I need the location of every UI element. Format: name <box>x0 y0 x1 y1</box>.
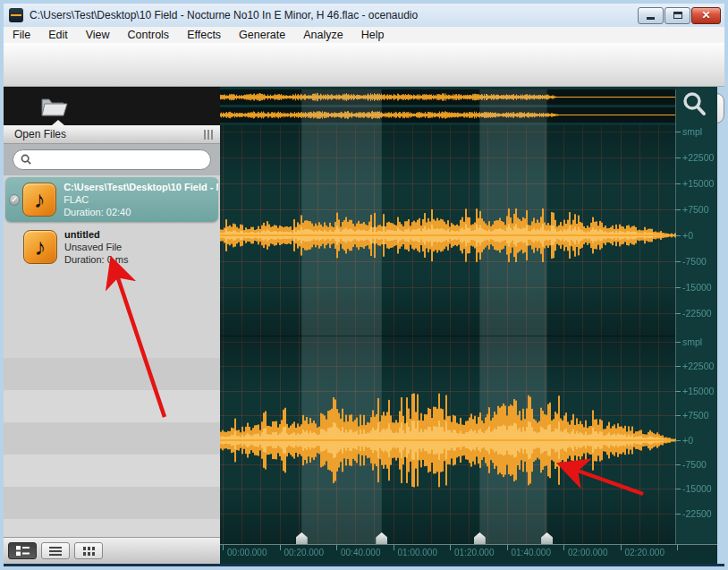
search-icon <box>21 154 32 166</box>
sidebar-tab-bar <box>4 87 220 125</box>
zoom-tool-icon[interactable] <box>680 89 710 120</box>
file-duration: Duration: 02:40 <box>63 206 218 218</box>
ocenaudio-window: C:\Users\Test\Desktop\10 Field - Nocturn… <box>0 0 728 570</box>
file-format: Unsaved File <box>64 241 129 253</box>
ruler-label: 00:20.000 <box>284 548 325 557</box>
grid-view-icon <box>83 547 95 556</box>
close-button[interactable]: ✕ <box>691 7 721 24</box>
menu-item-analyze[interactable]: Analyze <box>294 27 351 43</box>
maximize-icon <box>673 12 682 19</box>
file-item-flac[interactable]: ✓ ♪ C:\Users\Test\Desktop\10 Field - N..… <box>5 177 218 222</box>
panel-header: Open Files <box>4 125 220 144</box>
scale-label-ch1: -15000 <box>682 282 712 293</box>
scale-label-ch1: +0 <box>682 230 693 241</box>
scale-label-ch1: +15000 <box>682 178 714 189</box>
active-file-check-icon: ✓ <box>9 194 20 206</box>
list-view-icon <box>49 547 62 556</box>
scale-label-ch2: -7500 <box>682 459 707 470</box>
ruler-label: 01:00.000 <box>398 548 438 557</box>
toolbar: ◀ ▶ ◀◀ ▶▶ i -00:0 1:56.887 hr min sec 44… <box>4 43 724 87</box>
detailed-view-icon <box>16 546 30 556</box>
scale-label-ch1: +22500 <box>682 152 714 163</box>
menu-item-edit[interactable]: Edit <box>39 27 77 43</box>
scale-label-ch2: +15000 <box>682 386 714 396</box>
panel-title: Open Files <box>14 128 202 140</box>
list-view-button[interactable] <box>41 542 70 559</box>
scale-label-ch1: -22500 <box>682 308 712 319</box>
audio-file-icon: ♪ <box>23 230 57 264</box>
scale-label-ch2: -15000 <box>682 483 712 494</box>
list-view-toolbar <box>4 537 220 564</box>
file-duration: Duration: 0 ms <box>64 253 129 266</box>
scale-label-ch2: +0 <box>682 435 693 446</box>
window-title: C:\Users\Test\Desktop\10 Field - Nocturn… <box>30 9 637 21</box>
file-title: untitled <box>64 228 129 241</box>
list-stripes <box>4 358 220 537</box>
menu-item-effects[interactable]: Effects <box>178 27 230 43</box>
waveform-canvas[interactable] <box>220 87 717 564</box>
menu-item-file[interactable]: File <box>4 27 39 43</box>
scale-label-ch1: smpl <box>682 126 702 137</box>
scale-label-ch2: +22500 <box>682 361 714 371</box>
scale-label-ch2: smpl <box>682 336 702 347</box>
open-files-folder-icon[interactable] <box>39 92 72 119</box>
ruler-label: 02:00.000 <box>568 548 608 557</box>
file-item-untitled[interactable]: ♪ untitled Unsaved File Duration: 0 ms <box>5 225 218 269</box>
scale-label-ch1: +7500 <box>682 204 709 215</box>
search-row <box>4 144 220 175</box>
menu-item-view[interactable]: View <box>77 27 119 43</box>
sidebar: Open Files ✓ ♪ C:\Users\Test\Desktop\10 … <box>4 87 220 564</box>
ruler-label: 01:20.000 <box>454 548 495 557</box>
menu-item-help[interactable]: Help <box>352 27 394 43</box>
panel-grip-icon[interactable] <box>202 130 213 140</box>
app-icon <box>9 8 23 22</box>
search-box[interactable] <box>13 149 211 170</box>
minimize-button[interactable] <box>638 7 664 24</box>
menu-bar: File Edit View Controls Effects Generate… <box>4 27 724 43</box>
close-icon: ✕ <box>701 9 710 21</box>
scale-label-ch2: +7500 <box>682 410 709 421</box>
ruler-label: 01:40.000 <box>512 548 552 557</box>
search-input[interactable] <box>37 151 203 169</box>
ruler-label: 00:00.000 <box>227 548 267 557</box>
open-files-list: ✓ ♪ C:\Users\Test\Desktop\10 Field - N..… <box>4 175 220 537</box>
scale-label-ch1: -7500 <box>682 256 707 267</box>
menu-item-generate[interactable]: Generate <box>230 27 294 43</box>
grid-view-button[interactable] <box>74 542 103 559</box>
scale-label-ch2: -22500 <box>682 508 712 519</box>
waveform-view: smpl+22500+15000+7500+0-7500-15000-22500… <box>220 87 717 564</box>
ruler-label: 00:40.000 <box>341 548 381 557</box>
detailed-view-button[interactable] <box>8 542 37 559</box>
title-bar[interactable]: C:\Users\Test\Desktop\10 Field - Nocturn… <box>4 4 724 27</box>
menu-item-controls[interactable]: Controls <box>119 27 179 43</box>
file-format: FLAC <box>63 193 218 206</box>
maximize-button[interactable] <box>665 7 690 24</box>
file-title: C:\Users\Test\Desktop\10 Field - N... <box>63 181 218 193</box>
window-bottom-edge <box>4 564 724 566</box>
audio-file-icon: ♪ <box>22 183 56 217</box>
ruler-label: 02:20.000 <box>625 548 665 557</box>
minimize-icon <box>647 17 655 20</box>
